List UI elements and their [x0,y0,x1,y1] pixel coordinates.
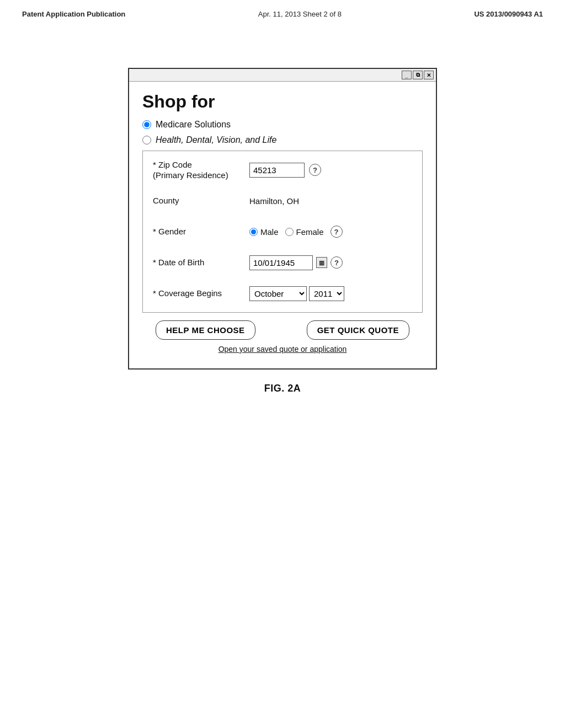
close-button[interactable]: ✕ [424,71,434,79]
male-option: Male [249,227,279,237]
dob-row: * Date of Birth ▦ ? [153,251,412,274]
minimize-button[interactable]: _ [402,71,412,79]
coverage-field: October January February March April May… [249,286,412,301]
dialog-body: Shop for Medicare Solutions Health, Dent… [129,82,436,368]
gender-row: * Gender Male Female [153,221,412,243]
link-row: Open your saved quote or application [156,344,409,356]
gender-help-icon[interactable]: ? [331,226,343,238]
saved-quote-link[interactable]: Open your saved quote or application [218,345,347,354]
county-value: Hamilton, OH [249,196,299,206]
coverage-row: * Coverage Begins October January Februa… [153,282,412,304]
zip-label: * Zip Code(Primary Residence) [153,159,249,181]
button-row: HELP ME CHOOSE GET QUICK QUOTE [156,320,409,340]
header-left: Patent Application Publication [22,10,125,18]
county-field: Hamilton, OH [249,196,412,206]
zip-help-icon[interactable]: ? [309,164,321,176]
hdvl-radio[interactable] [142,136,151,144]
zip-input[interactable] [249,163,305,178]
hdvl-option: Health, Dental, Vision, and Life [142,135,423,145]
county-row: County Hamilton, OH [153,190,412,212]
female-label[interactable]: Female [296,227,324,237]
medicare-label[interactable]: Medicare Solutions [156,120,231,130]
coverage-year-select[interactable]: 2011 2010 2012 2013 2014 [309,286,344,301]
dob-help-icon[interactable]: ? [331,256,343,269]
header-center: Apr. 11, 2013 Sheet 2 of 8 [258,10,342,18]
medicare-radio[interactable] [142,120,151,129]
coverage-month-select[interactable]: October January February March April May… [249,286,307,301]
dob-label: * Date of Birth [153,257,249,268]
medicare-option: Medicare Solutions [142,120,423,130]
gender-field: Male Female ? [249,226,412,238]
dialog-wrapper: _ ⧉ ✕ Shop for Medicare Solutions Health… [0,24,565,394]
zip-row: * Zip Code(Primary Residence) ? [153,159,412,181]
form-section: * Zip Code(Primary Residence) ? County H… [142,151,423,313]
dob-input[interactable] [249,255,313,270]
female-radio[interactable] [285,228,294,236]
calendar-button[interactable]: ▦ [316,257,327,268]
coverage-inputs: October January February March April May… [249,286,344,301]
dialog-footer: HELP ME CHOOSE GET QUICK QUOTE Open your… [142,320,423,361]
zip-field: ? [249,163,412,178]
calendar-icon: ▦ [319,259,324,266]
dob-field: ▦ ? [249,255,412,270]
gender-options: Male Female ? [249,226,343,238]
get-quick-quote-button[interactable]: GET QUICK QUOTE [307,320,409,340]
hdvl-label[interactable]: Health, Dental, Vision, and Life [156,135,276,145]
page: Patent Application Publication Apr. 11, … [0,0,565,728]
gender-label: * Gender [153,226,249,237]
help-me-choose-button[interactable]: HELP ME CHOOSE [156,320,255,340]
figure-label: FIG. 2A [264,383,301,394]
patent-header: Patent Application Publication Apr. 11, … [0,0,565,24]
title-bar: _ ⧉ ✕ [129,69,436,82]
header-right: US 2013/0090943 A1 [474,10,543,18]
dialog-window: _ ⧉ ✕ Shop for Medicare Solutions Health… [128,68,437,370]
dialog-title: Shop for [142,92,423,112]
county-label: County [153,195,249,206]
coverage-label: * Coverage Begins [153,288,249,299]
dob-inputs: ▦ ? [249,255,343,270]
male-radio[interactable] [249,228,258,236]
restore-button[interactable]: ⧉ [413,71,423,79]
male-label[interactable]: Male [260,227,279,237]
female-option: Female [285,227,324,237]
